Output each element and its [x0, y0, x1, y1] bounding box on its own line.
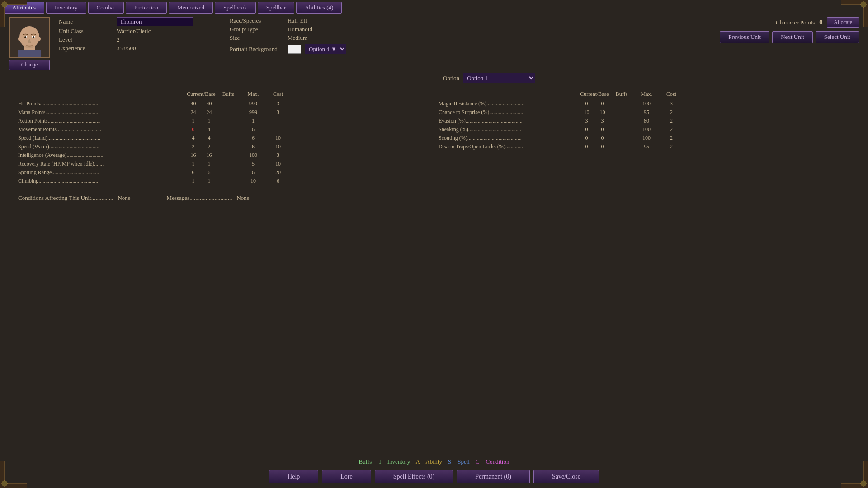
previous-unit-button[interactable]: Previous Unit [720, 31, 769, 43]
unit-nav-row: Previous Unit Next Unit Select Unit [720, 31, 859, 43]
stat-buffs [217, 126, 240, 133]
group-row: Group/Type Humanoid [230, 26, 356, 33]
option-row: Option Option 1 Option 2 Option 3 Option… [0, 70, 868, 83]
stat-base: 24 [201, 109, 217, 116]
stat-base: 3 [594, 118, 610, 124]
tab-abilities[interactable]: Abilities (4) [296, 2, 342, 14]
tab-spellbook[interactable]: Spellbook [215, 2, 256, 14]
tab-protection[interactable]: Protection [126, 2, 167, 14]
svg-point-9 [38, 37, 41, 41]
stats-left-header: Current/Base Buffs Max. Cost [18, 91, 429, 98]
stat-buffs [610, 143, 633, 150]
separator-1 [0, 87, 868, 87]
stat-buffs [610, 135, 633, 142]
stats-left-row-9: Climbing................................… [18, 177, 429, 185]
stat-name: Speed (Land)............................… [18, 135, 185, 142]
stat-base: 0 [594, 143, 610, 150]
legend-condition: C = Condition [476, 458, 509, 465]
conditions-item: Conditions Affecting This Unit..........… [18, 194, 131, 202]
stat-right-col-max: Max. [633, 91, 660, 98]
char-details-column: Name Unit Class Warrior/Cleric Level 2 E… [59, 17, 193, 70]
portrait-bg-preview [288, 45, 301, 54]
stats-right-header: Current/Base Buffs Max. Cost [439, 91, 850, 98]
legend-inventory: I = Inventory [379, 458, 410, 465]
experience-row: Experience 358/500 [59, 45, 193, 52]
char-info-section: Change Name Unit Class Warrior/Cleric Le… [0, 14, 868, 70]
stat-cost: 2 [660, 118, 683, 124]
race-label: Race/Species [230, 17, 284, 24]
portrait-bg-select[interactable]: Option 4 ▼ Option 1 Option 2 Option 3 Op… [305, 44, 346, 54]
level-label: Level [59, 36, 113, 43]
conditions-label: Conditions Affecting This Unit..........… [18, 194, 113, 202]
stat-current: 10 [579, 109, 594, 116]
stat-cost: 3 [267, 152, 289, 159]
name-input[interactable] [117, 17, 193, 26]
stat-cost: 2 [660, 126, 683, 133]
spell-effects-button[interactable]: Spell Effects (0) [375, 470, 453, 483]
tab-inventory[interactable]: Inventory [46, 2, 86, 14]
stat-max: 999 [240, 109, 267, 116]
change-portrait-button[interactable]: Change [9, 60, 50, 70]
stat-base: 1 [201, 118, 217, 124]
level-value: 2 [117, 36, 120, 43]
stat-cost: 10 [267, 161, 289, 167]
select-unit-button[interactable]: Select Unit [816, 31, 859, 43]
stat-max: 999 [240, 100, 267, 107]
stat-cost: 2 [660, 143, 683, 150]
stat-max: 95 [633, 109, 660, 116]
stat-max: 6 [240, 143, 267, 150]
stat-right-col-buffs: Buffs [610, 91, 633, 98]
stat-name: Hit Points..............................… [18, 100, 185, 107]
stat-cost: 10 [267, 143, 289, 150]
unit-class-label: Unit Class [59, 28, 113, 35]
stats-right-row-5: Disarm Traps/Open Locks (%).............… [439, 142, 850, 151]
stat-base: 0 [594, 135, 610, 142]
stat-cost: 2 [660, 135, 683, 142]
stat-max: 6 [240, 169, 267, 176]
option-select[interactable]: Option 1 Option 2 Option 3 Option 4 [463, 73, 535, 83]
stat-name: Climbing................................… [18, 178, 185, 185]
stat-buffs [217, 143, 240, 150]
stat-current: 6 [185, 169, 201, 176]
stat-base: 6 [201, 169, 217, 176]
stats-left-row-4: Speed (Land)............................… [18, 134, 429, 142]
lore-button[interactable]: Lore [322, 470, 371, 483]
svg-point-0 [2, 2, 7, 7]
svg-point-8 [18, 37, 21, 41]
stat-cost: 6 [267, 178, 289, 185]
stat-cost: 3 [660, 100, 683, 107]
race-value: Half-Elf [288, 17, 307, 24]
save-close-button[interactable]: Save/Close [533, 470, 599, 483]
corner-decoration-br [841, 461, 868, 488]
stats-right-row-3: Sneaking (%)............................… [439, 125, 850, 134]
experience-value: 358/500 [117, 45, 136, 52]
stat-name: Sneaking (%)............................… [439, 126, 579, 133]
buffs-label: Buffs [359, 458, 372, 465]
stat-current: 0 [579, 135, 594, 142]
next-unit-button[interactable]: Next Unit [772, 31, 813, 43]
stat-cost [267, 126, 289, 133]
stat-current: 1 [185, 161, 201, 167]
unit-class-row: Unit Class Warrior/Cleric [59, 28, 193, 35]
stat-cost: 3 [267, 100, 289, 107]
messages-value: None [236, 194, 249, 202]
tab-combat[interactable]: Combat [88, 2, 124, 14]
permanent-button[interactable]: Permanent (0) [457, 470, 530, 483]
svg-point-12 [25, 37, 26, 38]
svg-rect-6 [18, 50, 41, 57]
stat-left-col-currentbase: Current/Base [185, 91, 217, 98]
stat-name: Disarm Traps/Open Locks (%)............. [439, 143, 579, 150]
tab-memorized[interactable]: Memorized [169, 2, 213, 14]
stat-current: 1 [185, 178, 201, 185]
name-row: Name [59, 17, 193, 26]
stat-max: 100 [633, 100, 660, 107]
stats-left-row-1: Mana Points.............................… [18, 108, 429, 117]
messages-label: Messages............................. [167, 194, 232, 202]
stat-buffs [217, 135, 240, 142]
help-button[interactable]: Help [269, 470, 318, 483]
svg-point-1 [861, 2, 866, 7]
stat-buffs [217, 100, 240, 107]
stat-current: 0 [579, 126, 594, 133]
stat-current: 4 [185, 135, 201, 142]
tab-spellbar[interactable]: Spellbar [258, 2, 294, 14]
